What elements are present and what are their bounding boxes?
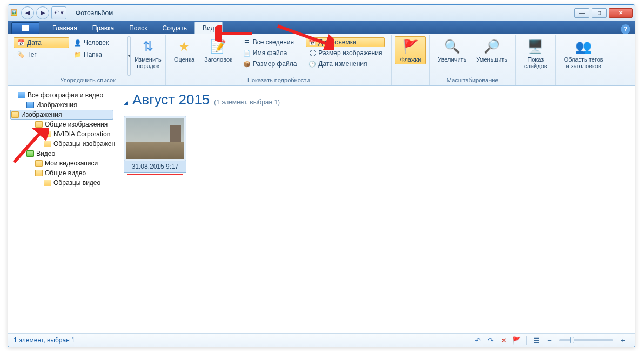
tree-my-videos[interactable]: Мои видеозаписи xyxy=(10,158,113,168)
ribbon-group-flags: 🚩 Флажки xyxy=(392,35,430,85)
tab-main[interactable]: Главная xyxy=(45,22,85,34)
annotation-underline xyxy=(127,174,183,175)
window-title: Фотоальбом xyxy=(76,9,113,17)
details-view-button[interactable]: ☰ xyxy=(532,335,541,345)
group-label-zoom: Масштабирование xyxy=(433,76,512,84)
close-button[interactable] xyxy=(609,8,633,18)
file-menu-button[interactable] xyxy=(11,22,39,34)
ribbon-group-sort: 📅Дата 👤Человек 🏷️Тег 📁Папка ▾ ⇅ Изменить… xyxy=(10,35,166,85)
tag-icon: 🏷️ xyxy=(17,51,25,58)
zoom-in-icon: 🔍 xyxy=(444,38,461,55)
detail-all[interactable]: ☰Все сведения xyxy=(240,37,300,47)
size-icon: 📦 xyxy=(243,60,251,68)
group-subtitle: (1 элемент, выбран 1) xyxy=(214,98,280,106)
star-icon: ★ xyxy=(176,38,193,55)
rating-button[interactable]: ★ Оценка xyxy=(169,36,199,64)
rotate-right-button[interactable]: ↷ xyxy=(486,335,495,345)
tree-nvidia[interactable]: NVIDIA Corporation xyxy=(10,129,113,139)
dimensions-icon: ⛶ xyxy=(308,49,316,57)
tree-sample-videos[interactable]: Образцы видео xyxy=(10,178,113,188)
ribbon-group-slideshow: 🖥️ Показ слайдов xyxy=(516,35,556,85)
detail-filename[interactable]: 📄Имя файла xyxy=(240,48,300,58)
detail-date-taken[interactable]: 📅Дата съемки xyxy=(306,37,385,47)
group-label-slide xyxy=(519,76,552,84)
flags-button[interactable]: 🚩 Флажки xyxy=(395,36,426,64)
zoom-in-button[interactable]: 🔍 Увеличить xyxy=(433,36,471,64)
tree-video[interactable]: Видео xyxy=(10,149,113,158)
separator xyxy=(72,8,72,18)
rotate-left-button[interactable]: ↶ xyxy=(473,335,482,345)
folder-icon xyxy=(35,121,43,128)
pictures-icon xyxy=(26,102,34,108)
tree-shared-pics[interactable]: Общие изображения xyxy=(10,120,113,129)
zoom-out-button[interactable]: 🔎 Уменьшить xyxy=(471,36,512,64)
folder-icon xyxy=(44,180,51,186)
detail-date-modified[interactable]: 🕒Дата изменения xyxy=(306,59,385,69)
zoom-out-icon: 🔎 xyxy=(483,38,500,55)
group-title: Август 2015 xyxy=(132,91,210,108)
tag-area-button[interactable]: 👥 Область тегов и заголовков xyxy=(559,36,608,71)
reorder-button[interactable]: ⇅ Изменить порядок xyxy=(134,36,162,71)
maximize-button[interactable]: □ xyxy=(592,8,607,18)
folder-icon xyxy=(35,170,43,176)
app-window: 🖼️ ◀ ▶ ↶ ▾ Фотоальбом — □ Главная Правка… xyxy=(8,4,635,347)
sort-more-dropdown[interactable]: ▾ xyxy=(127,36,131,76)
sort-options: 📅Дата 👤Человек 🏷️Тег 📁Папка xyxy=(14,37,126,60)
content-area: Все фотографии и видео Изображения Изобр… xyxy=(8,86,635,334)
detail-filesize[interactable]: 📦Размер файла xyxy=(240,59,300,69)
main-panel: ◢ Август 2015 (1 элемент, выбран 1) 31.0… xyxy=(116,86,635,333)
back-button[interactable]: ◀ xyxy=(21,6,34,19)
help-button[interactable]: ? xyxy=(621,24,630,34)
gallery-icon xyxy=(18,92,25,98)
details-icon: ☰ xyxy=(243,38,251,46)
tab-view[interactable]: Вид xyxy=(194,22,223,34)
tab-search[interactable]: Поиск xyxy=(122,22,155,34)
folder-icon xyxy=(11,111,19,118)
zoom-out-small[interactable]: − xyxy=(545,335,554,345)
minimize-button[interactable]: — xyxy=(574,8,589,18)
caption-button[interactable]: 📝 Заголовок xyxy=(199,36,237,64)
tree-sample-pics[interactable]: Образцы изображен xyxy=(10,139,113,149)
sort-by-person[interactable]: 👤Человек xyxy=(70,37,126,48)
zoom-slider[interactable] xyxy=(559,339,613,341)
flag-toggle-button[interactable]: 🚩 xyxy=(512,335,521,345)
tag-area-icon: 👥 xyxy=(575,38,592,55)
sidebar-tree: Все фотографии и видео Изображения Изобр… xyxy=(8,86,116,333)
tab-create[interactable]: Создать xyxy=(155,22,195,34)
ribbon-group-details: ★ Оценка 📝 Заголовок ☰Все сведения 📄Имя … xyxy=(166,35,392,85)
titlebar: 🖼️ ◀ ▶ ↶ ▾ Фотоальбом — □ xyxy=(8,5,635,21)
thumbnail[interactable]: 31.08.2015 9:17 xyxy=(124,116,186,175)
statusbar: 1 элемент, выбран 1 ↶ ↷ ✕ 🚩 ☰ − + xyxy=(8,334,635,347)
video-icon xyxy=(26,150,34,157)
group-label-flags xyxy=(395,76,426,84)
file-icon: 📄 xyxy=(243,49,251,57)
detail-image-size[interactable]: ⛶Размер изображения xyxy=(306,48,385,58)
undo-button[interactable]: ↶ ▾ xyxy=(51,6,66,19)
folder-icon xyxy=(44,131,51,137)
tree-pictures[interactable]: Изображения xyxy=(10,100,113,110)
group-header[interactable]: ◢ Август 2015 (1 элемент, выбран 1) xyxy=(124,91,627,108)
ribbon-tabs: Главная Правка Поиск Создать Вид ? xyxy=(8,21,635,34)
tree-shared-videos[interactable]: Общие видео xyxy=(10,168,113,178)
sort-by-date[interactable]: 📅Дата xyxy=(14,37,69,48)
collapse-icon: ◢ xyxy=(124,100,128,105)
ribbon-group-tagarea: 👥 Область тегов и заголовков xyxy=(556,35,612,85)
tab-edit[interactable]: Правка xyxy=(85,22,122,34)
folder-icon xyxy=(44,141,51,147)
status-text: 1 элемент, выбран 1 xyxy=(14,336,75,344)
tree-pictures-selected[interactable]: Изображения xyxy=(10,110,113,120)
ribbon-group-zoom: 🔍 Увеличить 🔎 Уменьшить Масштабирование xyxy=(430,35,516,85)
reorder-icon: ⇅ xyxy=(139,38,157,55)
tree-all-photos[interactable]: Все фотографии и видео xyxy=(10,90,113,100)
slideshow-button[interactable]: 🖥️ Показ слайдов xyxy=(519,36,552,71)
thumbnail-caption: 31.08.2015 9:17 xyxy=(124,161,186,173)
delete-button[interactable]: ✕ xyxy=(499,335,508,345)
app-icon: 🖼️ xyxy=(10,9,18,17)
forward-button[interactable]: ▶ xyxy=(36,6,49,19)
person-icon: 👤 xyxy=(74,39,82,47)
window-controls: — □ xyxy=(574,8,633,18)
sort-by-tag[interactable]: 🏷️Тег xyxy=(14,49,69,60)
zoom-in-small[interactable]: + xyxy=(618,335,628,345)
sort-by-folder[interactable]: 📁Папка xyxy=(70,49,126,60)
caption-icon: 📝 xyxy=(210,38,227,55)
